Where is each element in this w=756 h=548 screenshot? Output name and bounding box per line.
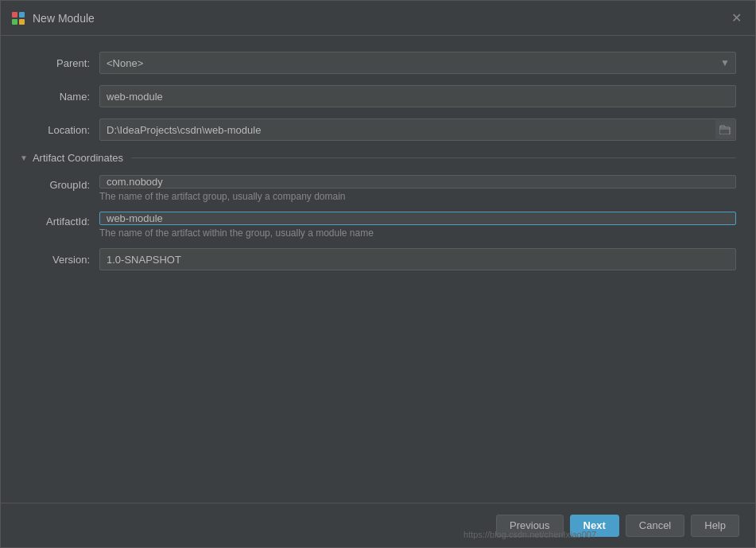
svg-rect-4 — [719, 127, 730, 134]
location-wrapper — [99, 119, 736, 141]
cancel-button[interactable]: Cancel — [626, 515, 684, 537]
dialog-title: New Module — [33, 12, 727, 25]
browse-button[interactable] — [715, 120, 735, 139]
artifact-section: GroupId: The name of the artifact group,… — [20, 175, 736, 270]
name-label: Name: — [20, 91, 99, 103]
svg-rect-1 — [19, 12, 25, 17]
svg-rect-3 — [19, 19, 25, 25]
version-label: Version: — [20, 254, 99, 266]
version-row: Version: — [20, 248, 736, 270]
groupid-row: GroupId: The name of the artifact group,… — [20, 175, 736, 208]
parent-select-wrapper: <None> ▼ — [99, 52, 736, 74]
groupid-hint: The name of the artifact group, usually … — [99, 191, 736, 202]
artifactid-hint: The name of the artifact within the grou… — [99, 227, 736, 239]
dialog-content: Parent: <None> ▼ Name: Location: — [1, 36, 755, 503]
dialog-footer: Previous Next Cancel Help https://blog.c… — [1, 503, 755, 547]
parent-label: Parent: — [20, 57, 99, 69]
groupid-input[interactable] — [99, 175, 736, 188]
new-module-dialog: New Module ✕ Parent: <None> ▼ Name: Loca… — [0, 0, 756, 548]
groupid-label: GroupId: — [20, 175, 99, 191]
svg-rect-2 — [12, 19, 17, 25]
location-input[interactable] — [99, 119, 736, 141]
artifactid-row: ArtifactId: The name of the artifact wit… — [20, 212, 736, 245]
help-button[interactable]: Help — [691, 515, 739, 537]
parent-select[interactable]: <None> — [99, 52, 736, 74]
artifactid-field-wrapper: The name of the artifact within the grou… — [99, 212, 736, 245]
location-row: Location: — [20, 119, 736, 141]
artifact-section-title: Artifact Coordinates — [33, 152, 123, 164]
module-icon — [10, 10, 26, 26]
groupid-field-wrapper: The name of the artifact group, usually … — [99, 175, 736, 208]
artifactid-label: ArtifactId: — [20, 212, 99, 227]
collapse-arrow-icon[interactable]: ▼ — [20, 154, 28, 162]
parent-row: Parent: <None> ▼ — [20, 52, 736, 74]
close-button[interactable]: ✕ — [727, 9, 746, 28]
version-input[interactable] — [99, 248, 736, 270]
location-label: Location: — [20, 124, 99, 136]
artifactid-input[interactable] — [99, 212, 736, 225]
section-divider — [131, 157, 736, 158]
watermark-text: https://blog.csdn.net/chenIxiao007 — [463, 530, 596, 539]
name-row: Name: — [20, 85, 736, 107]
name-input[interactable] — [99, 85, 736, 107]
artifact-section-header: ▼ Artifact Coordinates — [20, 152, 736, 164]
title-bar: New Module ✕ — [1, 1, 755, 36]
svg-rect-0 — [12, 12, 17, 17]
